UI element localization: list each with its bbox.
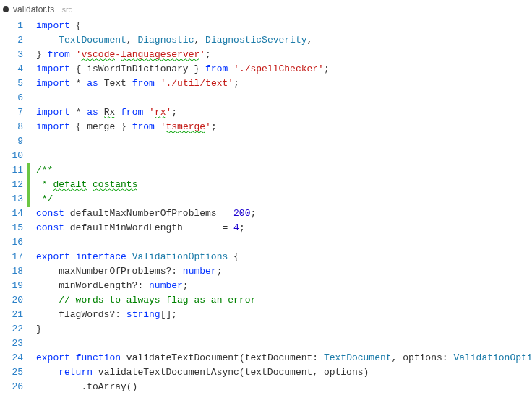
code-token: } — [36, 324, 42, 334]
spelling-warning: costants — [93, 179, 137, 191]
tab-filename: validator.ts — [13, 2, 54, 17]
code-token — [126, 251, 132, 262]
code-token: number — [183, 266, 217, 277]
code-line[interactable] — [36, 337, 532, 351]
code-token — [36, 295, 59, 305]
code-token: import — [36, 107, 70, 118]
code-line[interactable]: } from 'vscode-languageserver'; — [36, 48, 532, 62]
code-token: TextDocument — [59, 35, 126, 45]
code-token: /** — [36, 165, 53, 175]
code-line[interactable]: import { merge } from 'tsmerge'; — [36, 120, 532, 134]
line-number: 9 — [0, 134, 23, 149]
line-number: 11 — [0, 163, 23, 178]
code-token — [98, 107, 104, 118]
code-line[interactable]: const defaultMinWordLength = 4; — [36, 221, 532, 235]
code-token: Diagnostic — [137, 35, 194, 45]
code-token — [70, 251, 76, 262]
line-number: 19 — [0, 279, 23, 293]
line-number: 4 — [0, 62, 23, 77]
line-number: 22 — [0, 322, 23, 337]
editor-tab[interactable]: validator.ts src — [3, 2, 72, 17]
line-number: 6 — [0, 91, 23, 105]
dirty-indicator-icon — [3, 6, 9, 12]
line-number: 12 — [0, 178, 23, 192]
code-token: 200 — [233, 208, 250, 219]
code-token: minWordLength?: — [36, 280, 149, 291]
code-token: isWordInDictionary — [87, 64, 188, 74]
line-number: 16 — [0, 235, 23, 250]
code-token — [228, 64, 233, 74]
code-line[interactable] — [36, 235, 532, 250]
code-token: defaultMinWordLength = — [64, 222, 233, 233]
code-token — [36, 367, 59, 378]
code-token: export — [36, 251, 70, 262]
line-number: 14 — [0, 207, 23, 221]
code-line[interactable]: export function validateTextDocument(tex… — [36, 351, 532, 365]
code-token: , — [307, 35, 313, 45]
line-number-gutter: 1234567891011121314151617181920212223242… — [0, 19, 27, 395]
spelling-warning: languageserver — [121, 49, 200, 61]
code-token: ; — [211, 121, 217, 132]
tab-path-hint: src — [61, 2, 72, 17]
code-line[interactable]: return validateTextDocumentAsync(textDoc… — [36, 365, 532, 380]
spelling-warning: rx — [155, 107, 166, 118]
code-token: interface — [76, 251, 126, 262]
code-line[interactable]: // words to always flag as an error — [36, 293, 532, 308]
line-number: 18 — [0, 264, 23, 279]
code-line[interactable]: minWordLength?: number; — [36, 279, 532, 293]
code-token: // words to always flag as an error — [59, 295, 256, 305]
code-line[interactable]: * defalt costants — [36, 178, 532, 192]
code-token: []; — [160, 309, 177, 320]
code-line[interactable]: maxNumberOfProblems?: number; — [36, 264, 532, 279]
line-number: 5 — [0, 77, 23, 91]
code-line[interactable]: const defaultMaxNumberOfProblems = 200; — [36, 207, 532, 221]
line-number: 13 — [0, 192, 23, 207]
line-number: 23 — [0, 337, 23, 351]
code-line[interactable]: TextDocument, Diagnostic, DiagnosticSeve… — [36, 33, 532, 48]
code-token: from — [132, 78, 155, 89]
diff-decoration-gutter — [27, 19, 32, 395]
code-line[interactable]: import { isWordInDictionary } from './sp… — [36, 62, 532, 77]
code-token: validateTextDocument — [126, 352, 239, 363]
code-line[interactable]: import * as Text from './util/text'; — [36, 77, 532, 91]
code-token: { merge } — [70, 121, 132, 132]
code-token — [143, 107, 149, 118]
diff-added-bar — [27, 163, 30, 207]
code-line[interactable]: import * as Rx from 'rx'; — [36, 105, 532, 120]
code-token — [155, 121, 160, 132]
code-line[interactable]: } — [36, 322, 532, 337]
spelling-warning: Rx — [104, 107, 116, 118]
code-token: validateTextDocumentAsync(textDocument, … — [93, 367, 369, 378]
code-line[interactable] — [36, 149, 532, 163]
code-editor[interactable]: 1234567891011121314151617181920212223242… — [0, 17, 532, 395]
spelling-warning: vscode — [81, 49, 115, 61]
code-token: ' — [200, 49, 205, 60]
code-token: } — [36, 49, 48, 60]
code-token: , — [194, 35, 205, 45]
code-token: * — [36, 179, 53, 190]
code-token: from — [132, 121, 155, 132]
code-line[interactable] — [36, 91, 532, 105]
code-token: ValidationOpti — [453, 352, 532, 363]
code-line[interactable]: flagWords?: string[]; — [36, 308, 532, 322]
code-token: Text — [98, 78, 132, 89]
code-line[interactable]: .toArray() — [36, 380, 532, 394]
editor-tab-bar: validator.ts src — [0, 0, 532, 17]
code-token: const — [36, 222, 64, 233]
code-token: DiagnosticSeverity — [205, 35, 306, 45]
code-line[interactable]: import { — [36, 19, 532, 33]
code-token: return — [59, 367, 93, 378]
code-line[interactable]: export interface ValidationOptions { — [36, 250, 532, 264]
code-token: './spellChecker' — [233, 64, 324, 74]
code-token — [121, 352, 126, 363]
code-token: import — [36, 20, 70, 31]
code-token: import — [36, 121, 70, 132]
code-token: ValidationOptions — [132, 251, 228, 262]
code-token: import — [36, 64, 70, 74]
code-line[interactable]: */ — [36, 192, 532, 207]
code-line[interactable]: /** — [36, 163, 532, 178]
code-content[interactable]: import { TextDocument, Diagnostic, Diagn… — [32, 19, 532, 395]
code-line[interactable] — [36, 134, 532, 149]
code-token: from — [121, 107, 143, 118]
line-number: 25 — [0, 365, 23, 380]
